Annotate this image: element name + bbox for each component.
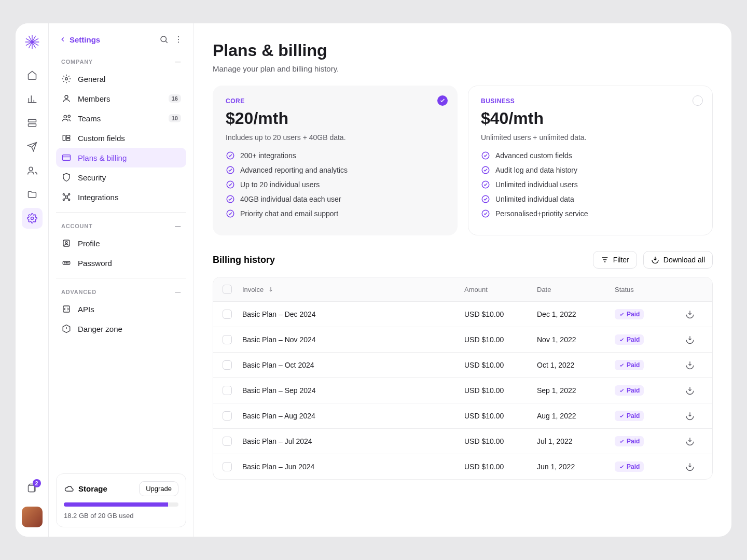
status-badge: Paid — [615, 309, 644, 319]
profile-icon — [61, 238, 72, 248]
nav-members[interactable]: Members16 — [56, 89, 186, 108]
nav-custom-fields[interactable]: Custom fields — [56, 128, 186, 148]
plan-core[interactable]: CORE $20/mth Includes up to 20 users + 4… — [213, 86, 458, 235]
col-invoice[interactable]: Invoice — [242, 286, 264, 293]
nav-password[interactable]: Password — [56, 253, 186, 273]
rail-server[interactable] — [22, 113, 43, 133]
invoice-date: Dec 1, 2022 — [537, 310, 615, 318]
invoice-amount: USD $10.00 — [464, 335, 537, 344]
avatar[interactable] — [22, 507, 43, 527]
filter-button[interactable]: Filter — [593, 251, 637, 269]
svg-rect-12 — [28, 119, 36, 122]
invoice-name: Basic Plan – Nov 2024 — [242, 335, 464, 344]
row-checkbox[interactable] — [223, 437, 232, 446]
nav-danger-zone[interactable]: Danger zone — [56, 319, 186, 339]
password-icon — [61, 258, 72, 268]
rail-users[interactable] — [22, 160, 43, 181]
invoice-name: Basic Plan – Oct 2024 — [242, 361, 464, 369]
section-advanced[interactable]: ADVANCED — — [56, 284, 186, 299]
col-amount[interactable]: Amount — [464, 286, 537, 293]
svg-rect-25 — [63, 135, 65, 141]
check-circle-icon — [226, 151, 235, 160]
rail-notifications[interactable]: 2 — [22, 478, 43, 498]
svg-point-35 — [65, 242, 67, 244]
svg-point-38 — [66, 262, 67, 263]
svg-point-22 — [65, 78, 68, 80]
users-icon — [61, 113, 72, 123]
download-row-icon[interactable] — [685, 462, 695, 471]
search-icon[interactable] — [159, 35, 169, 44]
svg-rect-13 — [28, 124, 36, 127]
nav-plans-billing[interactable]: Plans & billing — [56, 148, 186, 167]
download-row-icon[interactable] — [685, 335, 695, 344]
plan-feature: Priority chat and email support — [226, 209, 445, 218]
row-checkbox[interactable] — [223, 386, 232, 395]
download-row-icon[interactable] — [685, 310, 695, 319]
table-row: Basic Plan – Sep 2024USD $10.00Sep 1, 20… — [213, 378, 712, 403]
row-checkbox[interactable] — [223, 360, 232, 370]
plan-feature: 40GB individual data each user — [226, 194, 445, 204]
fields-icon — [61, 133, 72, 143]
invoice-date: Jun 1, 2022 — [537, 463, 615, 471]
svg-point-23 — [65, 95, 68, 99]
invoice-name: Basic Plan – Sep 2024 — [242, 386, 464, 395]
download-row-icon[interactable] — [685, 411, 695, 421]
api-icon — [61, 304, 72, 314]
nav-rail: 2 — [16, 23, 49, 537]
download-row-icon[interactable] — [685, 437, 695, 446]
table-row: Basic Plan – Aug 2024USD $10.00Aug 1, 20… — [213, 403, 712, 429]
integrations-icon — [61, 192, 72, 202]
status-badge: Paid — [615, 334, 644, 345]
table-row: Basic Plan – Oct 2024USD $10.00Oct 1, 20… — [213, 353, 712, 378]
invoice-date: Oct 1, 2022 — [537, 361, 615, 369]
nav-teams[interactable]: Teams10 — [56, 108, 186, 128]
section-account[interactable]: ACCOUNT — — [56, 218, 186, 233]
section-company[interactable]: COMPANY — — [56, 53, 186, 69]
rail-folder[interactable] — [22, 184, 43, 205]
check-circle-icon — [481, 151, 490, 160]
nav-security[interactable]: Security — [56, 167, 186, 187]
svg-point-31 — [68, 193, 70, 195]
svg-rect-28 — [63, 155, 71, 161]
invoice-date: Aug 1, 2022 — [537, 412, 615, 420]
svg-rect-17 — [28, 485, 34, 492]
download-all-button[interactable]: Download all — [643, 251, 713, 269]
row-checkbox[interactable] — [223, 335, 232, 344]
card-icon — [61, 152, 72, 163]
nav-integrations[interactable]: Integrations — [56, 187, 186, 207]
col-date[interactable]: Date — [537, 286, 615, 293]
table-row: Basic Plan – Jun 2024USD $10.00Jun 1, 20… — [213, 454, 712, 479]
rail-home[interactable] — [22, 65, 43, 86]
nav-general[interactable]: General — [56, 69, 186, 89]
select-all-checkbox[interactable] — [223, 285, 232, 294]
plan-feature: Unlimited individual users — [481, 180, 700, 189]
nav-profile[interactable]: Profile — [56, 233, 186, 253]
rail-analytics[interactable] — [22, 89, 43, 109]
nav-apis[interactable]: APIs — [56, 299, 186, 319]
row-checkbox[interactable] — [223, 411, 232, 421]
status-badge: Paid — [615, 461, 644, 472]
storage-used: 18.2 GB of 20 GB used — [64, 512, 178, 520]
plan-business[interactable]: BUSINESS $40/mth Unlimited users + unlim… — [468, 86, 713, 235]
notif-badge: 2 — [33, 479, 41, 487]
more-icon[interactable] — [174, 35, 183, 44]
check-circle-icon — [226, 194, 235, 204]
back-to-settings[interactable]: Settings — [59, 35, 100, 44]
upgrade-button[interactable]: Upgrade — [139, 481, 178, 496]
invoice-name: Basic Plan – Dec 2024 — [242, 310, 464, 318]
rail-settings[interactable] — [22, 208, 43, 229]
svg-point-30 — [63, 193, 64, 195]
download-row-icon[interactable] — [685, 360, 695, 370]
check-circle-icon — [481, 194, 490, 204]
invoice-amount: USD $10.00 — [464, 361, 537, 369]
billing-table: Invoice Amount Date Status Basic Plan – … — [213, 277, 713, 480]
row-checkbox[interactable] — [223, 310, 232, 319]
svg-point-33 — [68, 199, 70, 201]
plan-feature: Unlimited individual data — [481, 194, 700, 204]
row-checkbox[interactable] — [223, 462, 232, 471]
rail-send[interactable] — [22, 136, 43, 157]
download-row-icon[interactable] — [685, 386, 695, 395]
svg-point-18 — [161, 36, 167, 42]
collapse-icon: — — [175, 223, 181, 229]
col-status[interactable]: Status — [615, 286, 677, 293]
